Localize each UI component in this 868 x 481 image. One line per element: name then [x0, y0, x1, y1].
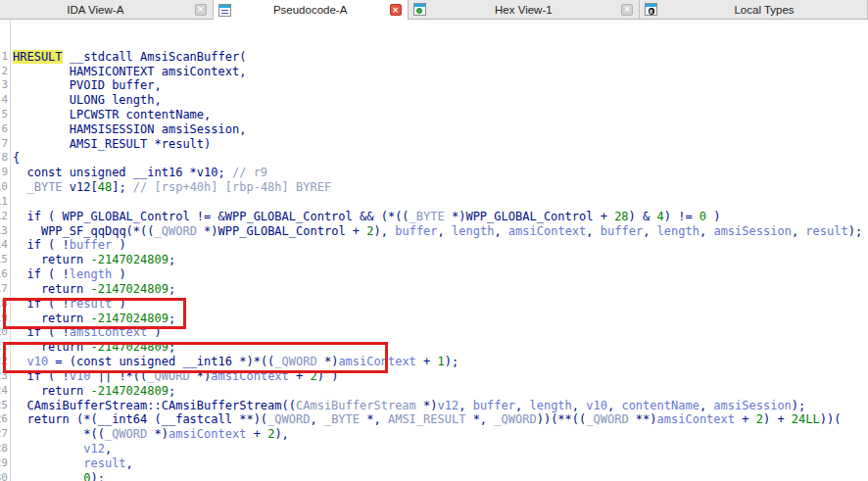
- code-text: HAMSICONTEXT amsiContext,: [8, 65, 246, 79]
- tab-bar: IDA View-A ✕ Pseudocode-A ✕ Hex View-1 ✕…: [0, 0, 868, 20]
- line-number: 14: [0, 238, 8, 253]
- code-text: _BYTE v12[48]; // [rsp+40h] [rbp-48h] BY…: [8, 180, 331, 195]
- line-number: 24: [0, 384, 8, 399]
- code-line[interactable]: 16 if ( !length ): [0, 267, 868, 282]
- code-text: if ( !amsiContext ): [8, 325, 162, 340]
- code-line[interactable]: 20 if ( !amsiContext ): [0, 325, 868, 340]
- line-number: 17: [0, 282, 8, 297]
- close-icon[interactable]: ✕: [621, 4, 633, 16]
- line-number: 8: [0, 151, 8, 166]
- code-line[interactable]: 7 AMSI_RESULT *result): [0, 137, 868, 152]
- line-number: 22: [0, 355, 8, 369]
- line-number: 13: [0, 224, 8, 239]
- code-line[interactable]: 1HRESULT __stdcall AmsiScanBuffer(: [0, 50, 868, 65]
- code-text: return (*(__int64 (__fastcall **)(_QWORD…: [8, 412, 841, 427]
- close-icon[interactable]: ✕: [390, 4, 402, 16]
- code-text: v10 = (const unsigned __int16 *)*((_QWOR…: [8, 355, 458, 369]
- tab-label: IDA View-A: [0, 4, 191, 16]
- line-number: 20: [0, 325, 8, 340]
- code-line[interactable]: 26 return (*(__int64 (__fastcall **)(_QW…: [0, 412, 868, 427]
- code-line[interactable]: 18 if ( !result ): [0, 297, 868, 312]
- code-text: *((_QWORD *)amsiContext + 2),: [8, 427, 289, 442]
- code-line[interactable]: 24 return -2147024809;: [0, 384, 868, 399]
- code-line[interactable]: 13 WPP_SF_qqDqq(*((_QWORD *)WPP_GLOBAL_C…: [0, 224, 868, 239]
- code-text: return -2147024809;: [8, 282, 175, 297]
- line-number: 7: [0, 137, 8, 152]
- code-line[interactable]: 21 return -2147024809;: [0, 340, 868, 355]
- code-text: if ( !result ): [8, 297, 126, 312]
- line-number: 12: [0, 210, 8, 224]
- code-text: HRESULT __stdcall AmsiScanBuffer(: [8, 50, 246, 65]
- tab-local-types[interactable]: 0 Local Types: [640, 0, 868, 19]
- code-line[interactable]: 28 v12,: [0, 442, 868, 457]
- code-text: if ( !v10 || !*((_QWORD *)amsiContext + …: [8, 369, 338, 384]
- code-line[interactable]: 22 v10 = (const unsigned __int16 *)*((_Q…: [0, 355, 868, 369]
- line-number: 27: [0, 427, 8, 442]
- line-number: 19: [0, 312, 8, 326]
- line-number: 9: [0, 166, 8, 180]
- code-line[interactable]: 19 return -2147024809;: [0, 312, 868, 326]
- code-line[interactable]: 3 PVOID buffer,: [0, 78, 868, 93]
- code-text: return -2147024809;: [8, 312, 175, 326]
- line-number: 6: [0, 122, 8, 137]
- code-line[interactable]: 8{: [0, 151, 868, 166]
- code-line[interactable]: 17 return -2147024809;: [0, 282, 868, 297]
- line-number: 5: [0, 108, 8, 122]
- code-line[interactable]: 4 ULONG length,: [0, 93, 868, 108]
- code-text: AMSI_RESULT *result): [8, 137, 211, 152]
- line-number: 21: [0, 340, 8, 355]
- line-number: 15: [0, 253, 8, 267]
- code-text: HAMSISESSION amsiSession,: [8, 122, 246, 137]
- line-number: 26: [0, 412, 8, 427]
- pseudocode-view[interactable]: 1HRESULT __stdcall AmsiScanBuffer(2 HAMS…: [0, 20, 868, 481]
- line-number: 18: [0, 297, 8, 312]
- hex-view-icon: [413, 3, 426, 16]
- tab-label: Pseudocode-A: [235, 4, 386, 16]
- tab-pseudocode-a[interactable]: Pseudocode-A ✕: [214, 0, 409, 20]
- tab-hex-view-1[interactable]: Hex View-1 ✕: [409, 0, 641, 19]
- line-number: 29: [0, 457, 8, 471]
- code-text: if ( WPP_GLOBAL_Control != &WPP_GLOBAL_C…: [8, 210, 721, 224]
- code-line[interactable]: 15 return -2147024809;: [0, 253, 868, 267]
- code-text: if ( !buffer ): [8, 238, 126, 253]
- line-number: 2: [0, 65, 8, 79]
- line-number: 16: [0, 267, 8, 282]
- line-number: 30: [0, 471, 8, 481]
- gutter-separator: [10, 20, 11, 481]
- line-number: 11: [0, 195, 8, 210]
- code-text: PVOID buffer,: [8, 78, 162, 93]
- code-text: WPP_SF_qqDqq(*((_QWORD *)WPP_GLOBAL_Cont…: [8, 224, 862, 239]
- code-text: CAmsiBufferStream::CAmsiBufferStream((CA…: [8, 399, 805, 413]
- code-line[interactable]: 6 HAMSISESSION amsiSession,: [0, 122, 868, 137]
- code-line[interactable]: 25 CAmsiBufferStream::CAmsiBufferStream(…: [0, 399, 868, 413]
- code-text: result,: [8, 457, 133, 471]
- line-number: 25: [0, 399, 8, 413]
- code-line[interactable]: 27 *((_QWORD *)amsiContext + 2),: [0, 427, 868, 442]
- code-line[interactable]: 2 HAMSICONTEXT amsiContext,: [0, 65, 868, 79]
- close-icon[interactable]: ✕: [195, 4, 207, 16]
- code-line[interactable]: 30 0);: [0, 471, 868, 481]
- line-number: 1: [0, 50, 8, 65]
- code-text: ULONG length,: [8, 93, 162, 108]
- code-text: return -2147024809;: [8, 340, 175, 355]
- code-text: 0);: [8, 471, 105, 481]
- line-number: 23: [0, 369, 8, 384]
- code-line[interactable]: 23 if ( !v10 || !*((_QWORD *)amsiContext…: [0, 369, 868, 384]
- code-line[interactable]: 11: [0, 195, 868, 210]
- code-line[interactable]: 12 if ( WPP_GLOBAL_Control != &WPP_GLOBA…: [0, 210, 868, 224]
- code-text: if ( !length ): [8, 267, 126, 282]
- code-text: return -2147024809;: [8, 384, 175, 399]
- tab-ida-view-a[interactable]: IDA View-A ✕: [0, 0, 214, 19]
- tab-label: Hex View-1: [430, 4, 618, 16]
- code-text: return -2147024809;: [8, 253, 175, 267]
- line-number: 10: [0, 180, 8, 195]
- line-number: 4: [0, 93, 8, 108]
- code-text: LPCWSTR contentName,: [8, 108, 211, 122]
- code-line[interactable]: 10 _BYTE v12[48]; // [rsp+40h] [rbp-48h]…: [0, 180, 868, 195]
- code-line[interactable]: 5 LPCWSTR contentName,: [0, 108, 868, 122]
- local-types-icon: 0: [645, 3, 657, 16]
- code-line[interactable]: 9 const unsigned __int16 *v10; // r9: [0, 166, 868, 180]
- code-line[interactable]: 14 if ( !buffer ): [0, 238, 868, 253]
- code-line[interactable]: 29 result,: [0, 457, 868, 471]
- tab-label: Local Types: [661, 4, 867, 16]
